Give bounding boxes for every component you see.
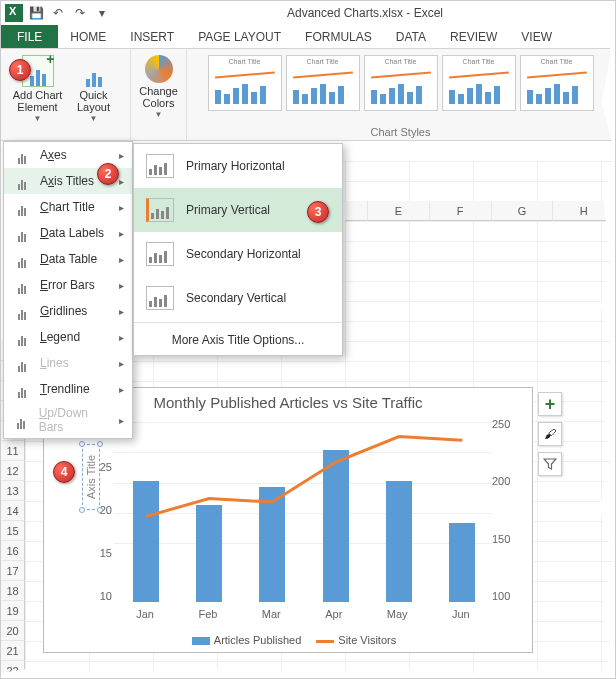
chevron-right-icon: ▸ (119, 280, 124, 291)
chevron-down-icon: ▼ (34, 115, 42, 124)
chart-styles-button[interactable]: 🖌 (538, 422, 562, 446)
menu-item-chart-title[interactable]: Chart Title▸ (4, 194, 132, 220)
menu-item-data-labels[interactable]: Data Labels▸ (4, 220, 132, 246)
quick-layout-icon (78, 55, 110, 87)
excel-icon (5, 4, 23, 22)
color-wheel-icon (145, 55, 173, 83)
chart-legend[interactable]: Articles Published Site Visitors (44, 634, 532, 646)
chart-style-thumb[interactable]: Chart Title (364, 55, 438, 111)
chevron-right-icon: ▸ (119, 332, 124, 343)
chart-mini-icon (12, 224, 32, 242)
callout-3: 3 (307, 201, 329, 223)
chevron-right-icon: ▸ (119, 358, 124, 369)
legend-swatch-line (316, 640, 334, 643)
tab-page-layout[interactable]: PAGE LAYOUT (186, 25, 293, 48)
window-title: Advanced Charts.xlsx - Excel (115, 6, 615, 20)
chevron-right-icon: ▸ (119, 228, 124, 239)
chart-mini-icon (12, 172, 32, 190)
axis-h-icon (146, 154, 174, 178)
secondary-horizontal-item[interactable]: Secondary Horizontal (134, 232, 342, 276)
tab-file[interactable]: FILE (1, 25, 58, 48)
add-chart-element-label: Add Chart Element (13, 89, 63, 113)
menu-item-lines: Lines▸ (4, 350, 132, 376)
tab-review[interactable]: REVIEW (438, 25, 509, 48)
tab-data[interactable]: DATA (384, 25, 438, 48)
chart-mini-icon (12, 302, 32, 320)
chart-mini-icon (12, 411, 31, 429)
axis-sh-icon (146, 242, 174, 266)
menu-item-legend[interactable]: Legend▸ (4, 324, 132, 350)
callout-1: 1 (9, 59, 31, 81)
funnel-icon (543, 457, 557, 471)
tab-home[interactable]: HOME (58, 25, 118, 48)
axis-title-placeholder[interactable]: Axis Title (82, 444, 100, 510)
add-chart-element-menu: Axes▸Axis Titles▸Chart Title▸Data Labels… (3, 141, 133, 439)
chart-mini-icon (12, 380, 32, 398)
chevron-right-icon: ▸ (119, 176, 124, 187)
chart-mini-icon (12, 198, 32, 216)
chevron-right-icon: ▸ (119, 384, 124, 395)
chart-mini-icon (12, 250, 32, 268)
chevron-right-icon: ▸ (119, 415, 124, 426)
chart-style-thumb[interactable]: Chart Title (520, 55, 594, 111)
line-series[interactable] (146, 437, 463, 517)
menu-item-trendline[interactable]: Trendline▸ (4, 376, 132, 402)
chart-mini-icon (12, 328, 32, 346)
plot-area[interactable] (114, 422, 492, 602)
ribbon: Add Chart Element ▼ Quick Layout ▼ Chang… (1, 49, 615, 141)
quick-layout-button[interactable]: Quick Layout ▼ (67, 53, 121, 126)
column-headers[interactable]: EFGH (345, 201, 615, 221)
menu-item-data-table[interactable]: Data Table▸ (4, 246, 132, 272)
y-axis-right: 250200150100 (492, 418, 518, 602)
chart-style-thumb[interactable]: Chart Title (208, 55, 282, 111)
qat-more-button[interactable]: ▾ (93, 4, 111, 22)
axis-titles-submenu: Primary Horizontal Primary Vertical Seco… (133, 143, 343, 356)
chevron-right-icon: ▸ (119, 254, 124, 265)
axis-sv-icon (146, 286, 174, 310)
chart-styles-gallery[interactable]: Chart TitleChart TitleChart TitleChart T… (206, 53, 596, 113)
more-axis-title-options[interactable]: More Axis Title Options... (134, 325, 342, 355)
tab-view[interactable]: VIEW (509, 25, 564, 48)
save-button[interactable]: 💾 (27, 4, 45, 22)
menu-item-up-down-bars: Up/Down Bars▸ (4, 402, 132, 438)
secondary-vertical-item[interactable]: Secondary Vertical (134, 276, 342, 320)
chart-mini-icon (12, 354, 32, 372)
chart-styles-label: Chart Styles (371, 126, 431, 138)
axis-v-icon (146, 198, 174, 222)
change-colors-label: Change Colors (134, 85, 184, 109)
chart-mini-icon (12, 276, 32, 294)
undo-button[interactable]: ↶ (49, 4, 67, 22)
chart-style-thumb[interactable]: Chart Title (442, 55, 516, 111)
chevron-down-icon: ▼ (155, 111, 163, 120)
primary-horizontal-item[interactable]: Primary Horizontal (134, 144, 342, 188)
ribbon-tabs: FILE HOME INSERT PAGE LAYOUT FORMULAS DA… (1, 25, 615, 49)
menu-item-gridlines[interactable]: Gridlines▸ (4, 298, 132, 324)
chevron-right-icon: ▸ (119, 202, 124, 213)
title-bar: 💾 ↶ ↷ ▾ Advanced Charts.xlsx - Excel (1, 1, 615, 25)
chart-plus-button[interactable]: + (538, 392, 562, 416)
chart-style-thumb[interactable]: Chart Title (286, 55, 360, 111)
chevron-right-icon: ▸ (119, 150, 124, 161)
chart-filter-button[interactable] (538, 452, 562, 476)
tab-formulas[interactable]: FORMULAS (293, 25, 384, 48)
x-axis: JanFebMarAprMayJun (114, 608, 492, 620)
chevron-right-icon: ▸ (119, 306, 124, 317)
change-colors-button[interactable]: Change Colors ▼ (132, 53, 186, 122)
callout-2: 2 (97, 163, 119, 185)
quick-layout-label: Quick Layout (69, 89, 119, 113)
tab-insert[interactable]: INSERT (118, 25, 186, 48)
redo-button[interactable]: ↷ (71, 4, 89, 22)
menu-item-error-bars[interactable]: Error Bars▸ (4, 272, 132, 298)
chart-mini-icon (12, 146, 32, 164)
callout-4: 4 (53, 461, 75, 483)
chevron-down-icon: ▼ (90, 115, 98, 124)
legend-swatch-bar (192, 637, 210, 645)
